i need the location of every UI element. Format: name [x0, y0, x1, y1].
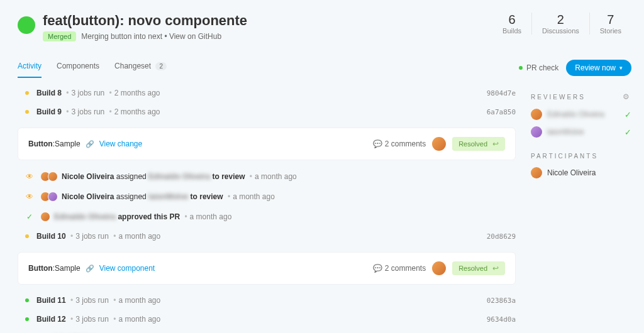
approve-row: ✓ laionWolve approved this PR •a month a…	[18, 329, 516, 333]
participants-heading: PARTICIPANTS	[531, 153, 631, 160]
stat-discussions[interactable]: 2 Discussions	[531, 13, 589, 35]
stat-builds[interactable]: 6 Builds	[492, 13, 531, 35]
resolved-badge[interactable]: Resolved ↩	[452, 137, 505, 151]
undo-icon[interactable]: ↩	[492, 139, 499, 148]
commit-hash: 9634d0a	[487, 315, 516, 324]
avatar	[40, 212, 50, 222]
comment-icon: 💬	[373, 264, 382, 273]
build-row[interactable]: Build 10 •3 jobs run •a month ago 20d862…	[18, 227, 516, 246]
tab-changeset[interactable]: Changeset 2	[114, 57, 167, 78]
assign-row: 👁 Nicole Oliveira assigned laionWolve to…	[18, 187, 516, 207]
comment-icon: 💬	[373, 139, 382, 148]
tab-activity[interactable]: Activity	[18, 57, 42, 78]
commit-hash: 023863a	[487, 297, 516, 305]
reviewers-heading: REVIEWERS ⚙	[531, 92, 631, 101]
commenter-avatar[interactable]	[432, 261, 446, 275]
avatar	[531, 167, 542, 178]
resolved-badge[interactable]: Resolved ↩	[452, 261, 505, 275]
participant-item[interactable]: Nicole Oliveira	[531, 167, 631, 178]
status-dot-icon	[25, 110, 29, 114]
avatar	[48, 172, 58, 182]
build-row[interactable]: Build 8 •3 jobs run •2 months ago 9804d7…	[18, 84, 516, 102]
check-icon: ✓	[25, 212, 34, 221]
changeset-count-badge: 2	[155, 62, 167, 70]
approve-row: ✓ Edinaldo Oliveira approved this PR •a …	[18, 207, 516, 227]
status-dot-icon	[25, 234, 29, 238]
pr-title: feat(button): novo componente	[43, 13, 247, 29]
status-dot-icon	[25, 298, 29, 302]
reviewer-item[interactable]: Edinaldo Oliveira ✓	[531, 109, 631, 120]
comments-count[interactable]: 💬 2 comments	[373, 139, 426, 148]
avatar	[531, 126, 542, 138]
gear-icon[interactable]: ⚙	[623, 92, 631, 101]
status-dot-icon	[519, 66, 523, 70]
status-dot-icon	[25, 317, 29, 321]
commit-hash: 20d8629	[487, 232, 516, 241]
eye-icon: 👁	[25, 172, 34, 181]
build-row[interactable]: Build 9 •3 jobs run •2 months ago 6a7a85…	[18, 102, 516, 121]
pr-check-status: PR check	[519, 63, 558, 72]
avatar	[48, 192, 58, 202]
chevron-down-icon: ▾	[619, 65, 623, 71]
build-row[interactable]: Build 11 •3 jobs run •a month ago 023863…	[18, 291, 516, 310]
build-row[interactable]: Build 12 •3 jobs run •a month ago 9634d0…	[18, 310, 516, 329]
pr-meta-text[interactable]: Merging button into next • View on GitHu…	[81, 32, 221, 41]
check-icon: ✓	[625, 110, 631, 119]
activity-feed: Build 8 •3 jobs run •2 months ago 9804d7…	[18, 84, 516, 333]
story-card[interactable]: Button:Sample 🔗 View component 💬 2 comme…	[18, 252, 516, 285]
view-component-link[interactable]: View component	[99, 264, 155, 273]
commit-hash: 9804d7e	[487, 89, 516, 97]
tabs: Activity Components Changeset 2	[18, 57, 167, 79]
merged-badge: Merged	[43, 31, 76, 41]
story-card[interactable]: Button:Sample 🔗 View change 💬 2 comments…	[18, 128, 516, 160]
review-now-button[interactable]: Review now ▾	[566, 60, 631, 76]
assign-row: 👁 Nicole Oliveira assigned Edinaldo Oliv…	[18, 166, 516, 187]
view-change-link[interactable]: View change	[99, 139, 143, 148]
eye-icon: 👁	[25, 192, 34, 201]
tab-components[interactable]: Components	[57, 57, 99, 78]
stat-stories[interactable]: 7 Stories	[589, 13, 631, 35]
commit-hash: 6a7a850	[487, 108, 516, 116]
avatar	[531, 109, 542, 120]
pr-meta: Merged Merging button into next • View o…	[43, 31, 247, 41]
sidebar: REVIEWERS ⚙ Edinaldo Oliveira ✓ laionWol…	[531, 84, 631, 333]
commenter-avatar[interactable]	[432, 137, 446, 151]
undo-icon[interactable]: ↩	[492, 264, 499, 273]
comments-count[interactable]: 💬 2 comments	[373, 264, 426, 273]
check-icon: ✓	[625, 128, 631, 137]
status-dot-icon	[25, 91, 29, 95]
pr-author-avatar	[18, 16, 35, 34]
reviewer-item[interactable]: laionWolve ✓	[531, 126, 631, 138]
stats-bar: 6 Builds 2 Discussions 7 Stories	[492, 13, 631, 35]
link-icon[interactable]: 🔗	[86, 265, 94, 273]
link-icon[interactable]: 🔗	[86, 140, 94, 148]
